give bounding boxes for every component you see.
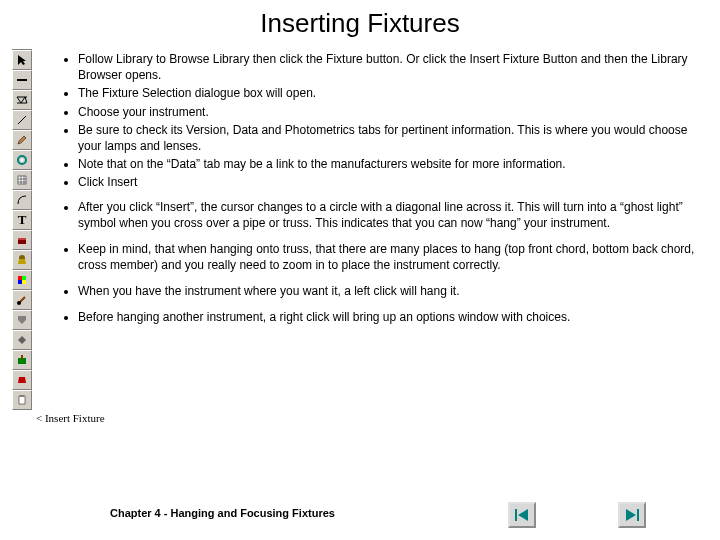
svg-rect-10 [18,238,26,240]
paint1-icon[interactable] [12,350,32,370]
footer: Chapter 4 - Hanging and Focusing Fixture… [0,506,720,520]
svg-rect-19 [19,396,25,404]
next-icon [624,508,640,522]
calendar-icon[interactable] [12,170,32,190]
arrow-icon[interactable] [12,50,32,70]
list-item: Click Insert [78,174,702,190]
bullet-area: Follow Library to Browse Library then cl… [54,49,702,336]
shape2-icon[interactable] [12,330,32,350]
brush-icon[interactable] [12,290,32,310]
list-item: Keep in mind, that when hanging onto tru… [78,241,702,273]
svg-line-1 [18,116,26,124]
content-row: T Follow Library to Browse Library then … [0,49,720,410]
svg-rect-18 [21,355,23,359]
bullet-list-1: Follow Library to Browse Library then cl… [54,51,702,191]
text-icon[interactable]: T [12,210,32,230]
gear-icon[interactable] [12,150,32,170]
lamp-icon[interactable] [12,250,32,270]
list-item: Follow Library to Browse Library then cl… [78,51,702,83]
list-item: Before hanging another instrument, a rig… [78,309,702,325]
svg-rect-20 [20,395,24,397]
clipboard-icon[interactable] [12,390,32,410]
svg-rect-0 [17,79,27,81]
svg-rect-21 [515,509,517,521]
shape1-icon[interactable] [12,310,32,330]
color-icon[interactable] [12,270,32,290]
svg-point-16 [17,301,21,305]
svg-rect-13 [22,276,26,280]
svg-point-3 [21,159,24,162]
svg-rect-4 [18,176,26,184]
page-title: Inserting Fixtures [0,8,720,39]
list-item: Note that on the “Data” tab may be a lin… [78,156,702,172]
list-item: When you have the instrument where you w… [78,283,702,299]
svg-rect-14 [18,280,22,284]
insert-fixture-caption: < Insert Fixture [36,412,720,424]
svg-rect-15 [22,280,26,284]
truss-icon[interactable] [12,90,32,110]
list-item: After you click “Insert”, the cursor cha… [78,199,702,231]
svg-rect-22 [637,509,639,521]
next-button[interactable] [618,502,646,528]
list-item: The Fixture Selection dialogue box will … [78,85,702,101]
paint2-icon[interactable] [12,370,32,390]
bullet-list-2: After you click “Insert”, the cursor cha… [54,199,702,326]
arc-icon[interactable] [12,190,32,210]
prev-button[interactable] [508,502,536,528]
toolbar: T [12,49,32,410]
riser-icon[interactable] [12,230,32,250]
svg-rect-12 [18,276,22,280]
list-item: Choose your instrument. [78,104,702,120]
prev-icon [514,508,530,522]
pencil-icon[interactable] [12,130,32,150]
list-item: Be sure to check its Version, Data and P… [78,122,702,154]
pipe-icon[interactable] [12,70,32,90]
footer-text: Chapter 4 - Hanging and Focusing Fixture… [110,507,335,519]
line-icon[interactable] [12,110,32,130]
